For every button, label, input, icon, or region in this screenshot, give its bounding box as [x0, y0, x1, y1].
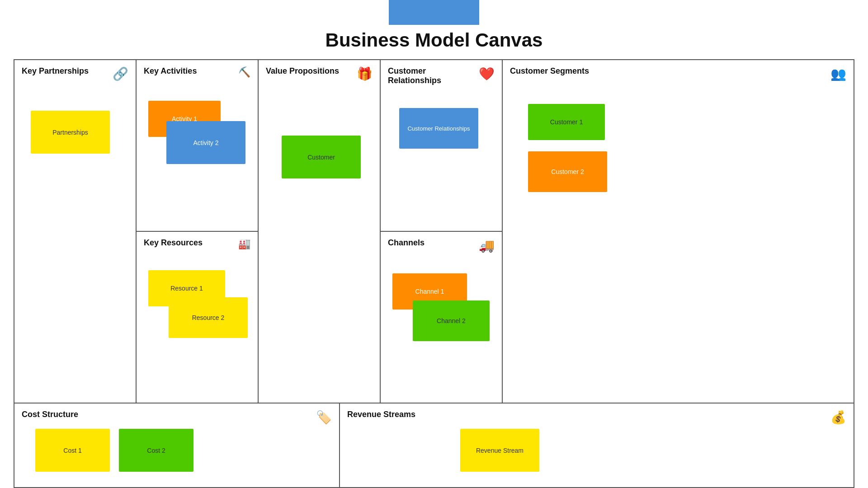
col-cr-channels: Customer Relationships ❤️ Customer Relat… [381, 60, 503, 403]
top-section: Key Partnerships 🔗 Partnerships Key Acti… [14, 60, 854, 404]
cell-title-revenue: Revenue Streams [347, 410, 415, 419]
factory-icon: 🏭 [238, 238, 250, 250]
page-title: Business Model Canvas [326, 29, 543, 51]
heart-icon: ❤️ [479, 66, 495, 81]
cell-key-partnerships: Key Partnerships 🔗 Partnerships [14, 60, 137, 403]
cell-customer-segments: Customer Segments 👥 Customer 1 Customer … [503, 60, 854, 403]
cell-header-activities: Key Activities ⛏️ [144, 66, 250, 78]
cell-header-cr: Customer Relationships ❤️ [388, 66, 495, 85]
sticky-revenue-stream[interactable]: Revenue Stream [460, 429, 539, 472]
bottom-section: Cost Structure 🏷️ Cost 1 Cost 2 Revenue … [14, 404, 854, 487]
cell-title-partnerships: Key Partnerships [22, 66, 89, 76]
cell-customer-relationships: Customer Relationships ❤️ Customer Relat… [381, 60, 502, 232]
logo-bar [389, 0, 479, 25]
sticky-channel2[interactable]: Channel 2 [413, 300, 490, 341]
cell-value-propositions: Value Propositions 🎁 Customer [259, 60, 381, 403]
tag-icon: 🏷️ [316, 410, 332, 425]
sticky-partnerships[interactable]: Partnerships [31, 111, 110, 154]
partnerships-content: Partnerships [22, 86, 128, 396]
cell-key-resources: Key Resources 🏭 Resource 1 Resource 2 [137, 232, 258, 403]
sticky-customer2[interactable]: Customer 2 [528, 151, 607, 192]
sticky-customer-relationships[interactable]: Customer Relationships [399, 108, 478, 149]
cell-header-channels: Channels 🚚 [388, 238, 495, 253]
sticky-activity2[interactable]: Activity 2 [166, 121, 245, 164]
cost-content: Cost 1 Cost 2 [22, 429, 332, 481]
sticky-cost1[interactable]: Cost 1 [35, 429, 110, 472]
cell-header-partnerships: Key Partnerships 🔗 [22, 66, 128, 81]
users-icon: 👥 [830, 66, 846, 81]
cell-header-revenue: Revenue Streams 💰 [347, 410, 846, 425]
sticky-customer1[interactable]: Customer 1 [528, 104, 605, 140]
cell-header-cost: Cost Structure 🏷️ [22, 410, 332, 425]
value-content: Customer [266, 86, 373, 396]
sticky-customer-vp[interactable]: Customer [282, 136, 361, 178]
sticky-cost2[interactable]: Cost 2 [119, 429, 193, 472]
cell-title-channels: Channels [388, 238, 425, 248]
truck-icon: 🚚 [479, 238, 495, 253]
shovel-icon: ⛏️ [238, 66, 250, 78]
link-icon: 🔗 [113, 66, 128, 81]
cell-channels: Channels 🚚 Channel 1 Channel 2 [381, 232, 502, 403]
canvas-wrapper: Key Partnerships 🔗 Partnerships Key Acti… [14, 59, 854, 488]
cell-key-activities: Key Activities ⛏️ Activity 1 Activity 2 [137, 60, 258, 232]
cell-title-value: Value Propositions [266, 66, 339, 76]
cell-title-resources: Key Resources [144, 238, 203, 248]
gift-icon: 🎁 [357, 66, 373, 81]
channels-content: Channel 1 Channel 2 [388, 258, 495, 396]
money-icon: 💰 [830, 410, 846, 425]
cell-title-cr: Customer Relationships [388, 66, 479, 85]
cr-content: Customer Relationships [388, 90, 495, 225]
cell-title-segments: Customer Segments [510, 66, 589, 76]
cell-title-activities: Key Activities [144, 66, 197, 76]
cell-cost-structure: Cost Structure 🏷️ Cost 1 Cost 2 [14, 404, 340, 487]
cell-header-segments: Customer Segments 👥 [510, 66, 846, 81]
cell-title-cost: Cost Structure [22, 410, 78, 419]
col-activities-resources: Key Activities ⛏️ Activity 1 Activity 2 … [137, 60, 259, 403]
cell-revenue-streams: Revenue Streams 💰 Revenue Stream [340, 404, 854, 487]
cell-header-resources: Key Resources 🏭 [144, 238, 250, 250]
sticky-resource2[interactable]: Resource 2 [169, 297, 248, 338]
resources-content: Resource 1 Resource 2 [144, 254, 250, 396]
revenue-content: Revenue Stream [347, 429, 846, 481]
cell-header-value: Value Propositions 🎁 [266, 66, 373, 81]
activities-content: Activity 1 Activity 2 [144, 83, 250, 225]
segments-content: Customer 1 Customer 2 [510, 86, 846, 396]
